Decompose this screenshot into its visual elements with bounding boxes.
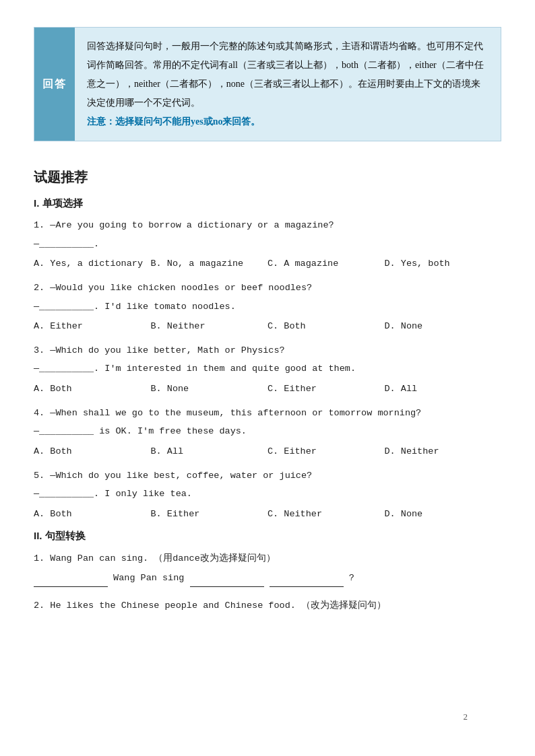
q4-optD: D. Neither [385, 443, 502, 460]
q1-options: A. Yes, a dictionary B. No, a magazine C… [34, 255, 501, 273]
q3-options: A. Both B. None C. Either D. All [34, 380, 501, 398]
question-5: 5. —Which do you like best, coffee, wate… [34, 467, 501, 523]
q5-optA: A. Both [34, 506, 151, 523]
q1-optB: B. No, a magazine [151, 255, 268, 273]
q4-stem: 4. —When shall we go to the museum, this… [34, 405, 501, 422]
part2-title: II. 句型转换 [34, 530, 501, 543]
q2-stem: 2. —Would you like chicken noodles or be… [34, 279, 501, 297]
q3-stem: 3. —Which do you like better, Math or Ph… [34, 342, 501, 359]
q3-answer: —__________. I'm interested in them and … [34, 360, 501, 378]
st-q1-fill: Wang Pan sing ? [34, 569, 501, 587]
question-1: 1. —Are you going to borrow a dictionary… [34, 217, 501, 273]
page-wrapper: 回答 回答选择疑问句时，一般用一个完整的陈述句或其简略形式，主语和谓语均省略。也… [34, 27, 501, 743]
page-number: 2 [464, 712, 468, 722]
q4-options: A. Both B. All C. Either D. Neither [34, 443, 501, 460]
q3-optC: C. Either [268, 380, 385, 398]
info-note: 注意：选择疑问句不能用yes或no来回答。 [87, 116, 260, 127]
st-q1-stem: 1. Wang Pan can sing. （用dance改为选择疑问句） [34, 549, 501, 568]
q2-optC: C. Both [268, 318, 385, 335]
question-3: 3. —Which do you like better, Math or Ph… [34, 342, 501, 398]
info-content-text: 回答选择疑问句时，一般用一个完整的陈述句或其简略形式，主语和谓语均省略。也可用不… [87, 41, 484, 108]
info-box-content: 回答选择疑问句时，一般用一个完整的陈述句或其简略形式，主语和谓语均省略。也可用不… [75, 28, 501, 141]
section-title: 试题推荐 [34, 168, 501, 186]
q5-optB: B. Either [151, 506, 268, 523]
q2-answer: —__________. I'd like tomato noodles. [34, 298, 501, 316]
q3-optD: D. All [385, 380, 502, 398]
q2-optA: A. Either [34, 318, 151, 335]
question-2: 2. —Would you like chicken noodles or be… [34, 279, 501, 335]
fill-blank-1 [34, 578, 108, 587]
fill-blank-3 [270, 578, 344, 587]
q4-optA: A. Both [34, 443, 151, 460]
q4-answer: —__________ is OK. I'm free these days. [34, 423, 501, 440]
q5-options: A. Both B. Either C. Neither D. None [34, 506, 501, 523]
q1-optA: A. Yes, a dictionary [34, 255, 151, 273]
part1-title: I. 单项选择 [34, 197, 501, 210]
fill-blank-2 [190, 578, 264, 587]
q1-answer: —__________. [34, 236, 501, 253]
q5-answer: —__________. I only like tea. [34, 485, 501, 503]
q2-optB: B. Neither [151, 318, 268, 335]
st-question-2: 2. He likes the Chinese people and Chine… [34, 596, 501, 615]
st-q2-stem: 2. He likes the Chinese people and Chine… [34, 596, 501, 615]
q1-optD: D. Yes, both [385, 255, 502, 273]
q2-options: A. Either B. Neither C. Both D. None [34, 318, 501, 335]
q4-optC: C. Either [268, 443, 385, 460]
q1-optC: C. A magazine [268, 255, 385, 273]
q4-optB: B. All [151, 443, 268, 460]
st-question-1: 1. Wang Pan can sing. （用dance改为选择疑问句） Wa… [34, 549, 501, 587]
info-box: 回答 回答选择疑问句时，一般用一个完整的陈述句或其简略形式，主语和谓语均省略。也… [34, 27, 501, 141]
q3-optA: A. Both [34, 380, 151, 398]
q5-stem: 5. —Which do you like best, coffee, wate… [34, 467, 501, 485]
q1-stem: 1. —Are you going to borrow a dictionary… [34, 217, 501, 234]
q5-optC: C. Neither [268, 506, 385, 523]
q3-optB: B. None [151, 380, 268, 398]
q5-optD: D. None [385, 506, 502, 523]
info-box-label: 回答 [34, 28, 75, 141]
question-4: 4. —When shall we go to the museum, this… [34, 405, 501, 460]
q2-optD: D. None [385, 318, 502, 335]
